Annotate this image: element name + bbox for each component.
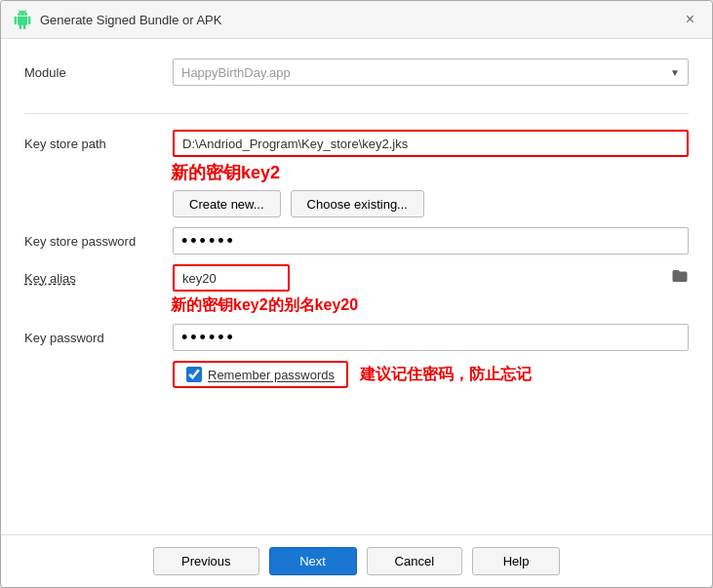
key-password-row: Key password: [24, 324, 689, 351]
key-password-label: Key password: [24, 331, 161, 345]
divider: [24, 113, 689, 114]
keystore-path-label: Key store path: [24, 137, 161, 151]
keystore-path-input[interactable]: [173, 130, 689, 157]
title-bar: Generate Signed Bundle or APK ×: [1, 1, 712, 39]
footer: Previous Next Cancel Help: [1, 534, 712, 587]
folder-icon-button[interactable]: [671, 267, 689, 289]
next-button[interactable]: Next: [269, 547, 357, 575]
remember-checkbox[interactable]: [186, 367, 202, 382]
alias-wrapper: [173, 264, 689, 292]
keystore-password-label: Key store password: [24, 234, 161, 249]
dialog: Generate Signed Bundle or APK × Module H…: [0, 0, 713, 588]
help-button[interactable]: Help: [472, 547, 560, 575]
remember-row: Remember passwords 建议记住密码，防止忘记: [24, 361, 689, 388]
choose-existing-button[interactable]: Choose existing...: [291, 190, 424, 217]
keystore-path-annotation: 新的密钥key2: [171, 161, 689, 184]
create-new-button[interactable]: Create new...: [173, 190, 281, 217]
content: Module HappyBirthDay.app ▼ Key store pat…: [1, 39, 712, 534]
remember-label: Remember passwords: [208, 368, 335, 382]
keystore-password-input[interactable]: [173, 227, 689, 255]
dialog-title: Generate Signed Bundle or APK: [40, 13, 221, 27]
keystore-path-row: Key store path: [24, 130, 689, 157]
module-row: Module HappyBirthDay.app ▼: [24, 59, 689, 86]
close-button[interactable]: ×: [680, 9, 700, 30]
module-dropdown-value: HappyBirthDay.app: [181, 65, 291, 80]
key-alias-annotation: 新的密钥key2的别名key20: [171, 295, 689, 316]
android-icon: [13, 10, 32, 29]
cancel-button[interactable]: Cancel: [367, 547, 462, 575]
keystore-password-row: Key store password: [24, 227, 689, 255]
key-password-input[interactable]: [173, 324, 689, 351]
key-alias-row: Key alias: [24, 264, 689, 292]
title-bar-left: Generate Signed Bundle or APK: [13, 10, 221, 29]
key-alias-input[interactable]: [173, 264, 290, 292]
keystore-buttons-row: Create new... Choose existing...: [24, 190, 689, 217]
chevron-down-icon: ▼: [670, 67, 680, 78]
module-dropdown[interactable]: HappyBirthDay.app ▼: [173, 59, 689, 86]
key-alias-label: Key alias: [24, 271, 161, 286]
previous-button[interactable]: Previous: [153, 547, 259, 575]
remember-box: Remember passwords: [173, 361, 348, 388]
module-label: Module: [24, 65, 161, 80]
remember-annotation: 建议记住密码，防止忘记: [360, 365, 532, 385]
